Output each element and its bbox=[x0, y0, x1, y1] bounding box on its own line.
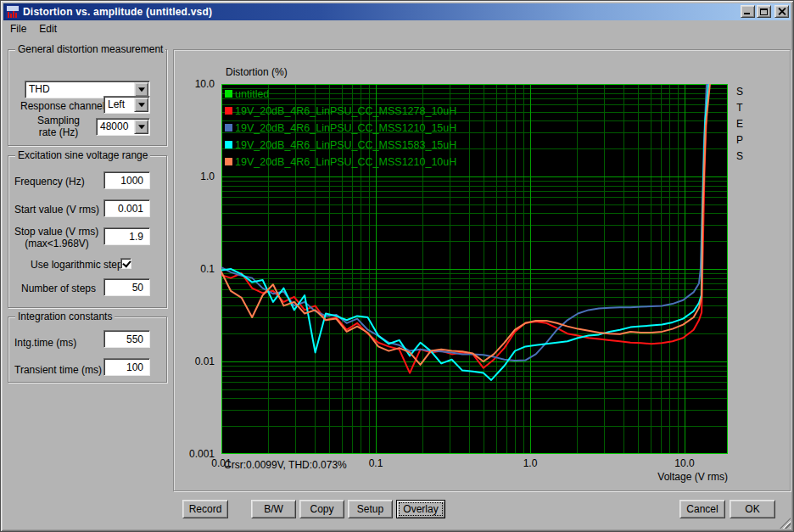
stop-value-input[interactable] bbox=[103, 227, 150, 245]
sampling-rate-value: 48000 bbox=[97, 119, 133, 135]
stop-value-max-label: (max<1.968V) bbox=[14, 238, 99, 249]
bw-button[interactable]: B/W bbox=[251, 500, 296, 518]
intg-time-input[interactable] bbox=[103, 330, 150, 348]
sampling-rate-label-2: rate (Hz) bbox=[25, 126, 92, 138]
legend-label: 19V_20dB_4R6_LinPSU_CC_MSS1583_15uH bbox=[235, 139, 456, 151]
resize-grip[interactable] bbox=[780, 518, 791, 529]
x-tick-label: 0.1 bbox=[350, 457, 401, 469]
group-title: Integration constants bbox=[15, 311, 115, 322]
chevron-down-icon[interactable] bbox=[134, 98, 148, 112]
legend-swatch bbox=[225, 124, 232, 132]
response-channel-label: Response channel bbox=[20, 100, 104, 112]
ok-button[interactable]: OK bbox=[730, 500, 775, 518]
chart-title: Distortion (%) bbox=[226, 66, 288, 78]
title-bar[interactable]: Distortion vs. amplitude (untitled.vsd) bbox=[3, 3, 791, 20]
response-channel-select[interactable]: Left bbox=[103, 96, 150, 114]
close-button[interactable] bbox=[774, 5, 789, 18]
frequency-label: Frequency (Hz) bbox=[14, 176, 85, 188]
x-axis-title: Voltage (V rms) bbox=[558, 471, 728, 483]
intg-time-label: Intg.time (ms) bbox=[14, 337, 76, 349]
y-tick-label: 1.0 bbox=[176, 171, 215, 182]
legend-label: 19V_20dB_4R6_LinPSU_CC_MSS1210_15uH bbox=[235, 122, 456, 134]
start-value-label: Start value (V rms) bbox=[14, 204, 99, 216]
log-steps-label: Use logarithmic steps bbox=[31, 259, 128, 271]
minimize-icon bbox=[744, 13, 750, 14]
close-icon bbox=[778, 8, 786, 15]
x-tick-label: 10.0 bbox=[659, 457, 710, 469]
number-of-steps-label: Number of steps bbox=[21, 283, 96, 294]
x-tick-label: 0.01 bbox=[196, 457, 247, 469]
copy-button[interactable]: Copy bbox=[299, 500, 344, 518]
legend-label: 19V_20dB_4R6_LinPSU_CC_MSS1278_10uH bbox=[235, 105, 456, 117]
legend-swatch bbox=[225, 90, 232, 98]
legend-swatch bbox=[225, 141, 232, 148]
transient-time-label: Transient time (ms) bbox=[14, 364, 102, 376]
setup-button[interactable]: Setup bbox=[348, 500, 393, 518]
frequency-input[interactable] bbox=[103, 171, 150, 189]
minimize-button[interactable] bbox=[741, 5, 755, 18]
maximize-icon bbox=[760, 8, 768, 15]
y-tick-label: 10.0 bbox=[176, 78, 215, 90]
dialog-window: Distortion vs. amplitude (untitled.vsd) … bbox=[0, 0, 794, 532]
record-button[interactable]: Record bbox=[182, 500, 228, 518]
chevron-down-icon[interactable] bbox=[134, 82, 148, 97]
sampling-rate-label-1: Sampling bbox=[25, 115, 92, 126]
group-title: Excitation sine voltage range bbox=[15, 149, 150, 161]
start-value-input[interactable] bbox=[103, 199, 150, 217]
steps-side-label: STEPS bbox=[734, 86, 746, 166]
transient-time-input[interactable] bbox=[103, 358, 150, 376]
distortion-chart[interactable]: untitled19V_20dB_4R6_LinPSU_CC_MSS1278_1… bbox=[221, 84, 728, 454]
cancel-button[interactable]: Cancel bbox=[679, 500, 725, 518]
sampling-rate-select[interactable]: 48000 bbox=[96, 118, 150, 136]
legend-label: untitled bbox=[235, 88, 269, 100]
y-tick-label: 0.1 bbox=[176, 263, 215, 275]
stop-value-label: Stop value (V rms) bbox=[14, 226, 98, 238]
legend-label: 19V_20dB_4R6_LinPSU_CC_MSS1210_10uH bbox=[235, 156, 456, 168]
maximize-button[interactable] bbox=[757, 5, 771, 18]
menu-bar: File Edit bbox=[3, 20, 791, 37]
legend-swatch bbox=[225, 158, 232, 165]
window-title: Distortion vs. amplitude (untitled.vsd) bbox=[23, 6, 212, 18]
log-steps-checkbox[interactable] bbox=[120, 258, 131, 269]
group-title: General distortion measurement bbox=[15, 43, 165, 55]
response-channel-value: Left bbox=[104, 97, 133, 113]
chart-panel: Distortion (%) untitled19V_20dB_4R6_LinP… bbox=[173, 49, 791, 491]
menu-item-edit[interactable]: Edit bbox=[33, 21, 63, 36]
x-tick-label: 1.0 bbox=[505, 457, 556, 469]
overlay-button[interactable]: Overlay bbox=[396, 500, 445, 518]
menu-item-file[interactable]: File bbox=[4, 21, 32, 36]
y-tick-label: 0.01 bbox=[176, 356, 215, 367]
chevron-down-icon[interactable] bbox=[134, 120, 148, 134]
number-of-steps-input[interactable] bbox=[103, 278, 150, 296]
chart-plot[interactable]: untitled19V_20dB_4R6_LinPSU_CC_MSS1278_1… bbox=[221, 84, 728, 454]
app-icon bbox=[6, 5, 20, 19]
legend-swatch bbox=[225, 107, 232, 115]
